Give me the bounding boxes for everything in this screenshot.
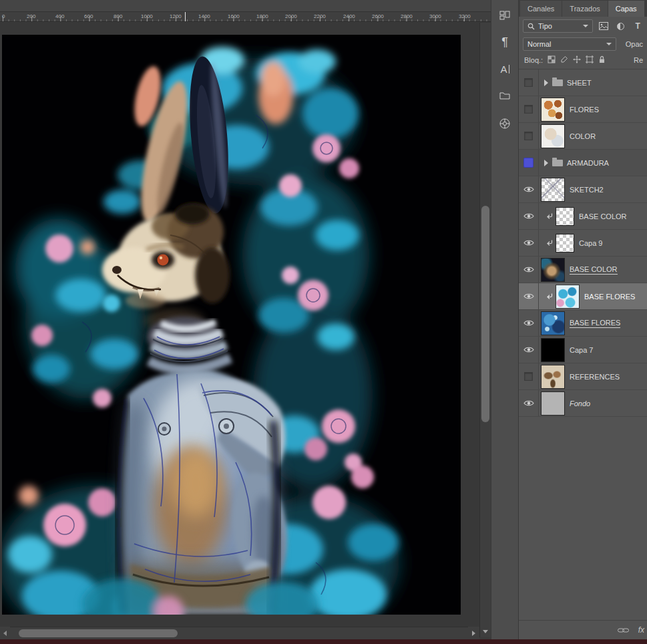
layer-name[interactable]: BASE COLOR: [570, 265, 618, 275]
horizontal-ruler[interactable]: 0 200 400 600 800 1000 1200 1400 1600 18…: [0, 12, 491, 22]
layer-row[interactable]: FLORES: [519, 96, 647, 123]
layer-row[interactable]: REFERENCES: [519, 363, 647, 390]
tab-canales[interactable]: Canales: [520, 1, 562, 17]
grid-panel-icon[interactable]: [491, 4, 518, 27]
visibility-toggle[interactable]: [519, 257, 539, 283]
paragraph-glyph: ¶: [501, 35, 508, 49]
blend-mode-select[interactable]: Normal: [523, 37, 616, 51]
layer-row[interactable]: SHEET: [519, 69, 647, 96]
visibility-toggle[interactable]: [519, 203, 539, 229]
layers-panel: Canales Trazados Capas Tipo: [519, 0, 647, 639]
layer-row[interactable]: Capa 7: [519, 337, 647, 363]
layer-thumbnail[interactable]: [542, 339, 564, 361]
layer-thumbnail[interactable]: [542, 178, 564, 201]
blend-mode-row: Normal Opac: [519, 35, 647, 53]
layer-name[interactable]: BASE FLORES: [584, 293, 635, 301]
layer-row-selected[interactable]: BASE FLORES: [519, 283, 647, 310]
layer-row[interactable]: Capa 9: [519, 230, 647, 257]
folder-icon: [552, 160, 563, 166]
layer-thumbnail[interactable]: [556, 234, 574, 252]
visibility-toggle[interactable]: [519, 150, 539, 176]
ruler-label: 2400: [343, 13, 355, 19]
layer-thumbnail[interactable]: [542, 125, 564, 148]
filter-type-layers-icon[interactable]: T: [631, 20, 644, 32]
layer-name[interactable]: Fondo: [570, 399, 590, 408]
visibility-toggle[interactable]: [519, 96, 539, 122]
horizontal-scrollbar-thumb[interactable]: [19, 629, 178, 637]
ruler-label: 200: [27, 13, 35, 19]
ruler-label: 800: [114, 13, 122, 19]
layer-thumbnail[interactable]: [542, 312, 564, 335]
visibility-toggle[interactable]: [519, 390, 539, 416]
ruler-label: 1000: [141, 13, 153, 19]
visibility-toggle[interactable]: [519, 69, 539, 96]
layer-name[interactable]: FLORES: [570, 106, 599, 114]
checkerboard-icon: [548, 55, 556, 63]
layer-row[interactable]: ARMADURA: [519, 150, 647, 176]
tab-capas[interactable]: Capas: [608, 1, 644, 17]
layer-thumbnail[interactable]: [542, 365, 564, 388]
group-expand-chevron[interactable]: [544, 160, 548, 166]
layers-list: SHEET FLORES COLOR: [519, 69, 647, 417]
scroll-right-button[interactable]: [468, 627, 479, 639]
eye-icon: [523, 319, 534, 327]
visibility-toggle[interactable]: [519, 337, 539, 363]
layer-filter-kind-select[interactable]: Tipo: [523, 19, 593, 33]
layer-row[interactable]: Fondo: [519, 390, 647, 417]
layer-name[interactable]: SHEET: [567, 79, 592, 87]
filter-adjustment-layers-icon[interactable]: [614, 20, 628, 32]
scroll-left-button[interactable]: [0, 627, 10, 639]
tab-trazados[interactable]: Trazados: [562, 1, 607, 17]
visibility-toggle[interactable]: [519, 283, 539, 309]
group-expand-chevron[interactable]: [544, 79, 548, 86]
link-layers-button[interactable]: [618, 624, 629, 636]
layer-name[interactable]: ARMADURA: [567, 159, 609, 167]
layer-thumbnail[interactable]: [542, 259, 564, 281]
canvas-artwork[interactable]: [2, 35, 461, 615]
panel-dock: ¶ A: [491, 0, 519, 639]
artwork-image: [2, 35, 461, 615]
layer-name[interactable]: BASE COLOR: [579, 212, 627, 220]
color-wheel-icon[interactable]: [491, 112, 518, 135]
layer-name[interactable]: COLOR: [570, 132, 596, 140]
layer-row[interactable]: COLOR: [519, 123, 647, 150]
canvas-viewport[interactable]: [0, 23, 479, 627]
visibility-toggle[interactable]: [519, 123, 539, 149]
layer-thumbnail[interactable]: [542, 392, 564, 415]
layer-styles-button[interactable]: fx: [638, 625, 644, 635]
lock-artboard-button[interactable]: [586, 55, 594, 65]
visibility-toggle[interactable]: [519, 310, 539, 336]
lock-all-button[interactable]: [598, 55, 606, 65]
opacity-label: Opac: [626, 40, 644, 48]
visibility-toggle[interactable]: [519, 176, 539, 202]
search-icon: [527, 23, 535, 30]
scroll-down-button[interactable]: [479, 625, 491, 637]
character-panel-icon[interactable]: A: [491, 57, 518, 80]
layer-thumbnail[interactable]: [542, 98, 564, 121]
layer-name[interactable]: BASE FLORES: [570, 319, 620, 328]
lock-transparency-button[interactable]: [548, 55, 556, 65]
paragraph-panel-icon[interactable]: ¶: [491, 31, 518, 53]
layer-name[interactable]: Capa 9: [579, 239, 602, 247]
layer-name[interactable]: SKETCH2: [570, 186, 604, 194]
artboard-icon: [586, 55, 594, 63]
vertical-scrollbar[interactable]: [479, 23, 491, 625]
type-glyph: T: [635, 21, 640, 31]
libraries-panel-icon[interactable]: [491, 84, 518, 107]
vertical-scrollbar-thumb[interactable]: [481, 206, 489, 422]
visibility-toggle[interactable]: [519, 363, 539, 389]
lock-position-button[interactable]: [573, 55, 581, 65]
visibility-toggle[interactable]: [519, 230, 539, 256]
horizontal-scrollbar[interactable]: [0, 627, 479, 639]
filter-pixel-layers-icon[interactable]: [597, 20, 610, 32]
layer-name[interactable]: Capa 7: [570, 346, 593, 354]
layer-row[interactable]: SKETCH2: [519, 176, 647, 203]
layer-thumbnail[interactable]: [556, 285, 579, 308]
layer-row[interactable]: BASE COLOR: [519, 203, 647, 230]
layer-thumbnail[interactable]: [556, 208, 574, 225]
layer-row[interactable]: BASE FLORES: [519, 310, 647, 337]
lock-pixels-button[interactable]: [560, 55, 568, 65]
layer-row[interactable]: BASE COLOR: [519, 257, 647, 283]
ruler-label: 1400: [198, 13, 210, 19]
layer-name[interactable]: REFERENCES: [570, 373, 620, 381]
